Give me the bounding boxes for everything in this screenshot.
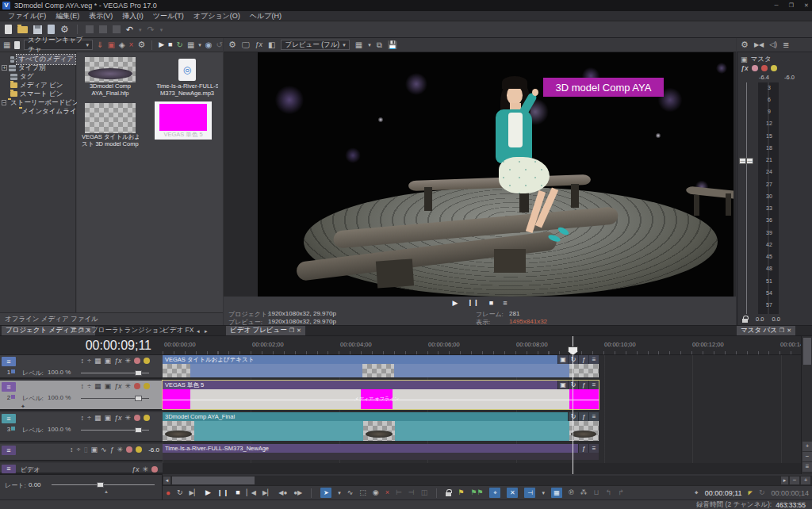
expand-track-icon[interactable]: ↕ xyxy=(80,357,84,365)
refresh-icon[interactable]: ↺ xyxy=(216,41,223,49)
automation-settings-icon[interactable]: ✳ xyxy=(124,357,131,365)
save-project-icon[interactable] xyxy=(33,25,42,34)
tool-dropdown-icon[interactable]: ▾ xyxy=(338,490,341,496)
preview-play-button[interactable]: ▶ xyxy=(452,300,458,307)
menu-help[interactable]: ヘルプ(H) xyxy=(245,11,286,21)
close-tab-icon[interactable]: ✕ xyxy=(297,327,301,334)
redo-dropdown-icon[interactable]: ▾ xyxy=(160,27,163,33)
track-fx-icon[interactable]: ƒx xyxy=(114,382,122,390)
lock-event-icon[interactable] xyxy=(446,492,451,496)
bus-automation-icon[interactable] xyxy=(752,65,758,71)
master-fader-handles[interactable]: —— xyxy=(739,158,753,164)
trim-start-icon[interactable]: ⊢ xyxy=(396,489,402,496)
preview-menu-icon[interactable]: ≡ xyxy=(503,300,507,307)
preview-stop-button[interactable]: ■ xyxy=(489,300,493,307)
keyframe-indicator-icon[interactable]: ✦ xyxy=(21,404,25,409)
capture-video-icon[interactable]: ▣ xyxy=(107,41,114,49)
media-item-title-text[interactable]: VEGAS タイトルおよびテキ スト 3D model Comp ... xyxy=(82,103,139,147)
lock-envelopes-button[interactable]: ▦ xyxy=(551,488,562,498)
media-views-icon[interactable]: ▦ xyxy=(187,41,194,49)
video-output-fx-icon[interactable]: ƒx xyxy=(255,41,263,48)
project-properties-gear-icon[interactable]: ⚙ xyxy=(60,25,69,34)
bypass-icon[interactable] xyxy=(151,466,158,473)
auto-ripple-button[interactable]: ⊣ xyxy=(524,488,535,498)
bus-grip-icon[interactable]: ≡ xyxy=(2,465,16,473)
event-fx-icon[interactable]: ƒ xyxy=(578,381,588,389)
redo-icon[interactable]: ↷ xyxy=(147,25,155,34)
delete-icon[interactable]: × xyxy=(385,489,389,496)
cursor-time-value[interactable]: 00:00:09;11 xyxy=(705,489,742,497)
split-icon[interactable]: ◫ xyxy=(421,489,428,496)
save-snapshot-icon[interactable]: 💾 xyxy=(388,41,397,49)
external-monitor-icon[interactable]: 🖵 xyxy=(242,41,250,49)
audio-track-header[interactable]: ≡ ↕ ÷ ▯ ▣ ∿ ƒ ✳ -6.0 xyxy=(0,444,163,461)
auto-preview-icon[interactable]: ↻ xyxy=(177,41,183,49)
track-header-3[interactable]: ≡ 3 ↕ ÷ ▦ ▣ ƒx ✳ レベル: 100.0 % xyxy=(0,412,163,442)
opacity-envelope-line[interactable] xyxy=(163,400,599,400)
import-media-icon[interactable]: ⇓ xyxy=(97,41,103,49)
minimize-button[interactable]: ─ xyxy=(771,2,782,10)
expand-track-icon[interactable]: ↕ xyxy=(80,414,84,422)
level-slider-handle[interactable] xyxy=(135,427,142,433)
menu-edit[interactable]: 編集(E) xyxy=(51,11,84,21)
event-audio-music[interactable]: Time-Is-a-River-FULL-SM373_NewAge ƒ ≡ xyxy=(163,444,599,460)
speaker-icon[interactable]: ◁) xyxy=(769,41,777,48)
zoom-tool-icon[interactable]: ◉ xyxy=(373,489,379,496)
previous-frame-icon[interactable]: ◀● xyxy=(278,490,287,496)
capture-source-dropdown[interactable]: スクリーンキャプチャ ▾ xyxy=(24,40,93,50)
dock-icon[interactable]: ❐ xyxy=(289,327,294,334)
lock-icon[interactable] xyxy=(742,319,748,323)
event-title-text[interactable]: VEGAS タイトルおよびテキスト ▣ ↻ ƒ ≡ xyxy=(163,355,599,377)
tab-scroll-right-icon[interactable]: ▸ xyxy=(205,328,208,334)
event-menu-icon[interactable]: ≡ xyxy=(588,355,599,364)
mute-icon[interactable] xyxy=(134,383,140,389)
paste-icon[interactable] xyxy=(113,25,121,33)
trim-end-icon[interactable]: ⊣ xyxy=(408,489,415,496)
solo-icon[interactable] xyxy=(144,383,150,389)
tab-video-fx[interactable]: ビデオ FX xyxy=(159,326,197,335)
arm-record-icon[interactable]: ▯ xyxy=(83,446,87,454)
time-display[interactable]: 00:00:09;11 xyxy=(0,336,163,355)
insert-region-icon[interactable]: ⚑⚑ xyxy=(470,489,483,496)
tree-item-all-media[interactable]: すべてのメディア xyxy=(0,55,75,63)
vscroll-resize-icon[interactable]: ≡ xyxy=(802,462,812,472)
audio-routing-icon[interactable]: ↰ xyxy=(606,489,612,496)
close-button[interactable]: ✕ xyxy=(801,2,812,10)
menu-tools[interactable]: ツール(T) xyxy=(148,11,189,21)
dock-icon[interactable]: ❐ xyxy=(779,327,784,334)
track-fx-icon[interactable]: ƒx xyxy=(114,414,122,422)
track-grip-icon[interactable]: ≡ xyxy=(2,357,16,366)
views-icon[interactable]: ▦ xyxy=(3,41,10,49)
video-bus-header[interactable]: ≡ ビデオ ƒx ✳ xyxy=(0,463,163,474)
timeline-vscrollbar[interactable]: + − ≡ xyxy=(801,336,812,474)
preview-play-icon[interactable]: ▶ xyxy=(159,41,164,48)
quantize-to-frames-button[interactable]: ✕ xyxy=(507,488,518,498)
track-motion-icon[interactable]: ▣ xyxy=(104,357,111,365)
mute-icon[interactable] xyxy=(134,415,140,421)
generated-media-icon[interactable]: ▣ xyxy=(557,355,568,364)
tab-video-preview[interactable]: ビデオ プレビュー ❐ ✕ xyxy=(226,326,305,335)
video-preview-display[interactable]: 3D model Comp AYA xyxy=(258,52,733,297)
solo-icon[interactable] xyxy=(144,415,150,421)
remove-media-icon[interactable]: × xyxy=(129,41,134,49)
track-header-2-selected[interactable]: ≡ 2 ↕ ÷ ▦ ▣ ƒx ✳ レベル: 100.0 % ✦ xyxy=(0,381,163,411)
next-frame-icon[interactable]: ●▶ xyxy=(293,490,302,496)
video-bus-fx-icon[interactable]: ƒx xyxy=(132,465,140,473)
maximize-button[interactable]: ❐ xyxy=(786,2,797,10)
selection-tool-icon[interactable]: ⬚ xyxy=(359,489,366,496)
event-fx-icon[interactable]: ƒ xyxy=(578,412,588,421)
views-dropdown-icon[interactable]: ▾ xyxy=(198,42,201,48)
media-item-audio[interactable]: ◎ Time-Is-a-River-FULL-S M373_NewAge.mp3 xyxy=(156,57,218,97)
loop-playback-icon[interactable]: ↻ xyxy=(177,489,183,496)
close-tab-icon[interactable]: ✕ xyxy=(787,327,791,334)
pause-button[interactable]: ❙❙ xyxy=(217,490,229,496)
preview-stop-icon[interactable]: ■ xyxy=(168,41,172,48)
mixer-settings-gear-icon[interactable]: ⚙ xyxy=(741,40,749,49)
video-bus-lane[interactable] xyxy=(163,463,801,474)
media-item-solid-color[interactable]: VEGAS 単色 5 xyxy=(155,101,212,140)
media-item-3dmodel[interactable]: 3Dmodel Comp AYA_Final.hfp xyxy=(82,57,139,97)
vscroll-thumb[interactable] xyxy=(803,338,811,365)
track-envelope-icon[interactable]: ▣ xyxy=(90,446,98,454)
insert-bus-icon[interactable]: ▶◀ xyxy=(754,42,764,48)
tab-master-bus[interactable]: マスタ バス ❐ ✕ xyxy=(737,326,795,335)
